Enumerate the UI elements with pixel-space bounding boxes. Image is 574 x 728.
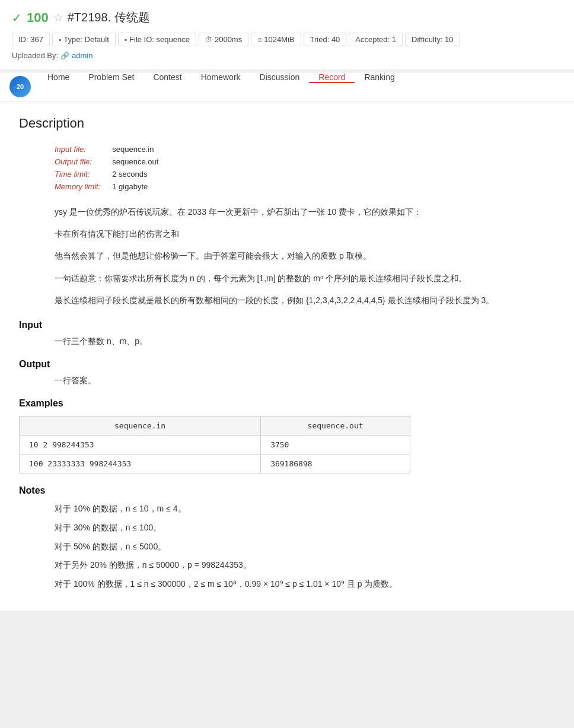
example-input-0: 10 2 998244353 xyxy=(20,435,261,454)
time-limit: ⏱ 2000ms xyxy=(199,33,248,46)
nav-ranking[interactable]: Ranking xyxy=(355,72,404,83)
uploaded-row: Uploaded By: 🔗 admin xyxy=(12,51,562,60)
problem-card: ✓ 100 ☆ #T2198. 传统题 ID: 367 ▪ Type: Defa… xyxy=(0,0,574,69)
main-content: Description Input file: sequence.in Outp… xyxy=(0,101,574,611)
nav-problem-set[interactable]: Problem Set xyxy=(79,72,144,83)
file-icon: ▪ xyxy=(125,36,127,44)
page-title: #T2198. 传统题 xyxy=(68,9,150,26)
memory-icon: ≡ xyxy=(257,36,262,44)
memory-limit-label: Memory limit: xyxy=(55,180,112,193)
examples-table: sequence.in sequence.out 10 2 9982443533… xyxy=(19,416,410,473)
output-desc-text: 一行答案。 xyxy=(55,376,555,386)
title-row: ✓ 100 ☆ #T2198. 传统题 xyxy=(12,9,562,26)
uploader-link[interactable]: admin xyxy=(72,51,93,60)
nav-contest[interactable]: Contest xyxy=(144,72,191,83)
problem-para3: 他当然会算了，但是他想让你检验一下。由于答案可能会很大，对输入的质数 p 取模。 xyxy=(55,249,555,263)
star-icon[interactable]: ☆ xyxy=(53,11,63,24)
site-logo[interactable]: 20 xyxy=(9,76,31,97)
notes-section-title: Notes xyxy=(19,485,555,496)
file-io: ▪ File IO: sequence xyxy=(118,33,196,46)
memory-limit: ≡ 1024MiB xyxy=(251,33,301,46)
problem-para2: 卡在所有情况下能打出的伤害之和 xyxy=(55,227,555,241)
nav-homework[interactable]: Homework xyxy=(192,72,250,83)
nav-home[interactable]: Home xyxy=(38,72,79,83)
problem-para4: 一句话题意：你需要求出所有长度为 n 的，每个元素为 [1,m] 的整数的 mⁿ… xyxy=(55,271,555,286)
nav-discussion[interactable]: Discussion xyxy=(250,72,310,83)
output-description: 一行答案。 xyxy=(55,376,555,386)
note-item-4: 对于 100% 的数据，1 ≤ n ≤ 300000，2 ≤ m ≤ 10⁸，0… xyxy=(55,577,555,592)
time-limit-label: Time limit: xyxy=(55,168,112,180)
description-title: Description xyxy=(19,116,555,131)
input-file-value: sequence.in xyxy=(112,143,170,155)
accepted-count: Accepted: 1 xyxy=(349,33,403,46)
problem-type: ▪ Type: Default xyxy=(52,33,116,46)
nav-record[interactable]: Record xyxy=(309,72,355,83)
examples-section-title: Examples xyxy=(19,398,555,409)
uploader-icon: 🔗 xyxy=(60,52,69,60)
notes-list: 对于 10% 的数据，n ≤ 10，m ≤ 4。对于 30% 的数据，n ≤ 1… xyxy=(55,502,555,592)
examples-col2-header: sequence.out xyxy=(261,416,410,435)
example-output-0: 3750 xyxy=(261,435,410,454)
output-file-label: Output file: xyxy=(55,155,112,168)
tried-count: Tried: 40 xyxy=(304,33,347,46)
output-section-title: Output xyxy=(19,359,555,370)
type-icon: ▪ xyxy=(59,36,61,44)
navigation: 20 Home Problem Set Contest Homework Dis… xyxy=(0,72,574,101)
input-description: 一行三个整数 n、m、p。 xyxy=(55,336,555,347)
note-item-2: 对于 50% 的数据，n ≤ 5000。 xyxy=(55,540,555,554)
difficulty: Difficulty: 10 xyxy=(405,33,460,46)
note-item-1: 对于 30% 的数据，n ≤ 100。 xyxy=(55,521,555,535)
examples-col1-header: sequence.in xyxy=(20,416,261,435)
problem-id: ID: 367 xyxy=(12,33,50,46)
memory-limit-value: 1 gigabyte xyxy=(112,180,170,193)
problem-intro: ysy 是一位优秀的炉石传说玩家。在 2033 年一次更新中，炉石新出了一张 1… xyxy=(55,205,555,220)
table-row: 10 2 9982443533750 xyxy=(20,435,410,454)
problem-info-table: Input file: sequence.in Output file: seq… xyxy=(55,143,555,193)
input-section-title: Input xyxy=(19,320,555,330)
input-file-label: Input file: xyxy=(55,143,112,155)
table-row: 100 23333333 998244353369186898 xyxy=(20,454,410,473)
note-item-3: 对于另外 20% 的数据，n ≤ 50000，p = 998244353。 xyxy=(55,558,555,573)
score-badge: 100 xyxy=(27,10,49,26)
problem-para5: 最长连续相同子段长度就是最长的所有数都相同的一段的长度，例如 {1,2,3,4,… xyxy=(55,293,555,308)
example-output-1: 369186898 xyxy=(261,454,410,473)
check-icon: ✓ xyxy=(12,11,22,25)
input-desc-text: 一行三个整数 n、m、p。 xyxy=(55,336,555,347)
example-input-1: 100 23333333 998244353 xyxy=(20,454,261,473)
time-limit-value: 2 seconds xyxy=(112,168,170,180)
meta-row: ID: 367 ▪ Type: Default ▪ File IO: seque… xyxy=(12,33,562,46)
output-file-value: sequence.out xyxy=(112,155,170,168)
problem-text: ysy 是一位优秀的炉石传说玩家。在 2033 年一次更新中，炉石新出了一张 1… xyxy=(55,205,555,308)
note-item-0: 对于 10% 的数据，n ≤ 10，m ≤ 4。 xyxy=(55,502,555,516)
nav-items: Home Problem Set Contest Homework Discus… xyxy=(38,72,404,101)
clock-icon: ⏱ xyxy=(205,36,212,44)
